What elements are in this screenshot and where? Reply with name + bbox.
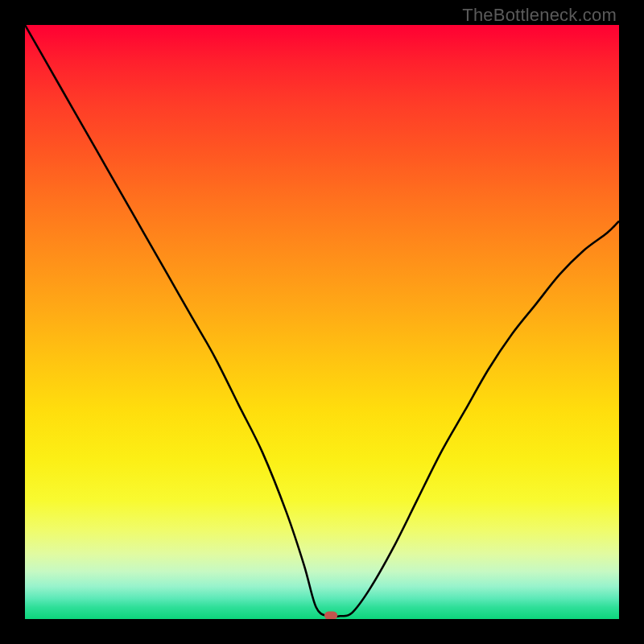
optimal-marker xyxy=(324,611,337,619)
bottleneck-curve-path xyxy=(25,25,619,617)
curve-svg xyxy=(25,25,619,619)
chart-frame: TheBottleneck.com xyxy=(0,0,644,644)
watermark-text: TheBottleneck.com xyxy=(462,5,617,26)
plot-area xyxy=(25,25,619,619)
